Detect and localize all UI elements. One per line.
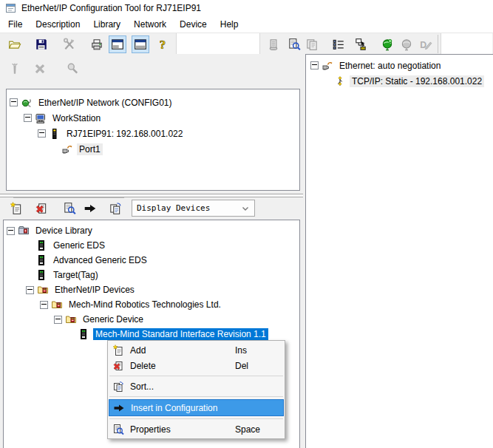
menu-file[interactable]: File (1, 18, 29, 31)
context-menu-item-properties[interactable]: Properties Space (108, 421, 285, 437)
tree-item-device-library[interactable]: Device Library (4, 223, 299, 238)
pane-layout-2-toggle[interactable] (132, 35, 149, 53)
diagnostics-button[interactable] (417, 35, 435, 53)
device-icon (78, 328, 89, 340)
tree-item-label: RJ71EIP91: 192.168.001.022 (64, 128, 185, 140)
network-tree-panel: EtherNet/IP Network (CONFIG01) WorkStati… (6, 89, 300, 191)
tree-item-mech-mind-standard-interface[interactable]: Mech-Mind Standard Interface Revision 1.… (4, 327, 299, 342)
context-menu-item-add[interactable]: Add Ins (108, 342, 285, 358)
context-menu-item-insert-in-configuration[interactable]: Insert in Configuration (109, 399, 284, 416)
task-list-button[interactable] (330, 35, 347, 53)
menu-library[interactable]: Library (86, 18, 127, 31)
tree-item-label: Mech-Mind Robotics Technologies Ltd. (67, 299, 223, 310)
insert-in-configuration-button[interactable] (81, 200, 99, 217)
document-magnifier-icon (288, 38, 301, 51)
tree-item-network-root[interactable]: EtherNet/IP Network (CONFIG01) (7, 95, 299, 110)
menu-description[interactable]: Description (29, 18, 86, 31)
folder-device-icon (37, 284, 49, 296)
globe-offline-icon (400, 38, 413, 51)
context-menu-label: Add (130, 345, 146, 356)
add-device-icon (10, 202, 23, 215)
print-button[interactable] (88, 35, 106, 53)
device-icon (35, 240, 47, 251)
go-online-button[interactable] (378, 35, 396, 53)
collapse-toggle[interactable] (26, 286, 34, 294)
context-menu-item-delete[interactable]: Delete Del (108, 358, 285, 373)
menu-network[interactable]: Network (127, 18, 173, 31)
find-properties-button[interactable] (285, 35, 303, 53)
title-bar: EtherNet/IP Configuration Tool for RJ71E… (0, 0, 493, 16)
tree-item-tcpip[interactable]: TCP/IP: Static - 192.168.001.022 (306, 73, 493, 89)
tree-item-generic-eds[interactable]: Generic EDS (4, 238, 299, 253)
device-properties-button[interactable] (61, 200, 78, 217)
help-button[interactable] (154, 35, 171, 53)
open-button[interactable] (6, 35, 24, 53)
display-filter-dropdown[interactable]: Display Devices (132, 200, 255, 217)
folder-device-icon (65, 313, 77, 325)
insert-arrow-icon (113, 402, 125, 414)
toolbar-empty-area-right (441, 33, 492, 54)
collapse-toggle[interactable] (38, 129, 46, 138)
tree-item-label: Generic Device (81, 313, 146, 325)
insert-arrow-icon (84, 202, 97, 215)
delete-button[interactable] (31, 60, 49, 78)
pane-layout-1-toggle[interactable] (109, 35, 126, 53)
tree-item-mech-mind-robotics[interactable]: Mech-Mind Robotics Technologies Ltd. (4, 297, 299, 312)
tree-item-ethernet-root[interactable]: Ethernet: auto negotiation (306, 58, 493, 73)
save-button[interactable] (33, 35, 50, 53)
tree-item-advanced-generic-eds[interactable]: Advanced Generic EDS (4, 253, 299, 268)
collapse-toggle[interactable] (10, 98, 18, 106)
tools-button[interactable] (61, 35, 78, 53)
context-menu-separator (109, 376, 283, 376)
tree-item-target-tag[interactable]: Target(Tag) (4, 268, 299, 282)
diagnostics-pencil-icon (419, 38, 432, 51)
tree-item-ethernetip-devices[interactable]: EtherNet/IP Devices (4, 282, 299, 297)
network-detect-button[interactable] (352, 35, 370, 53)
context-menu-label: Insert in Configuration (131, 403, 217, 413)
context-menu-separator (109, 396, 283, 397)
collapse-toggle[interactable] (310, 61, 319, 69)
toolbar-separator (438, 35, 438, 53)
collapse-toggle[interactable] (54, 316, 62, 324)
tree-item-generic-device[interactable]: Generic Device (4, 312, 299, 327)
open-folder-icon (8, 38, 21, 51)
tree-item-rj71eip91[interactable]: RJ71EIP91: 192.168.001.022 (7, 126, 299, 141)
tree-item-label: EtherNet/IP Devices (52, 284, 137, 296)
module-icon (49, 128, 61, 140)
task-list-icon (332, 38, 345, 51)
menu-help[interactable]: Help (214, 18, 245, 31)
insert-button[interactable] (6, 60, 24, 78)
collapse-toggle[interactable] (24, 114, 32, 122)
collapse-toggle[interactable] (7, 227, 15, 235)
tree-item-label: WorkStation (50, 112, 103, 124)
zoom-button[interactable] (64, 60, 81, 78)
pane-layout-2-icon (134, 38, 147, 51)
tree-item-label: Ethernet: auto negotiation (337, 60, 443, 72)
context-menu-item-sort[interactable]: Sort... (108, 379, 285, 394)
folder-device-icon (51, 299, 63, 310)
context-menu-label: Sort... (130, 381, 154, 392)
toolbar-empty-area (176, 33, 260, 54)
tree-item-workstation[interactable]: WorkStation (7, 110, 299, 126)
sort-documents-icon (109, 202, 122, 215)
device-icon (35, 269, 47, 281)
device-properties-icon (112, 424, 124, 435)
add-device-button[interactable] (7, 200, 25, 217)
context-menu-label: Delete (130, 361, 156, 371)
menu-device[interactable]: Device (173, 18, 214, 31)
sort-devices-button[interactable] (106, 200, 124, 217)
display-filter-value: Display Devices (137, 203, 210, 213)
sort-documents-icon (112, 381, 124, 393)
tree-item-label: Advanced Generic EDS (51, 254, 149, 266)
delete-device-button[interactable] (33, 200, 50, 217)
collapse-toggle[interactable] (40, 301, 48, 309)
tree-item-port1[interactable]: Port1 (7, 141, 299, 157)
go-offline-button[interactable] (398, 35, 415, 53)
copy-view-button[interactable] (303, 35, 321, 53)
app-window-icon (5, 2, 17, 14)
insert-disabled-icon (8, 62, 21, 75)
export-button[interactable] (265, 35, 282, 53)
ethernet-port-icon (322, 60, 333, 72)
chevron-down-icon (239, 203, 251, 214)
context-menu-shortcut: Del (235, 361, 248, 371)
